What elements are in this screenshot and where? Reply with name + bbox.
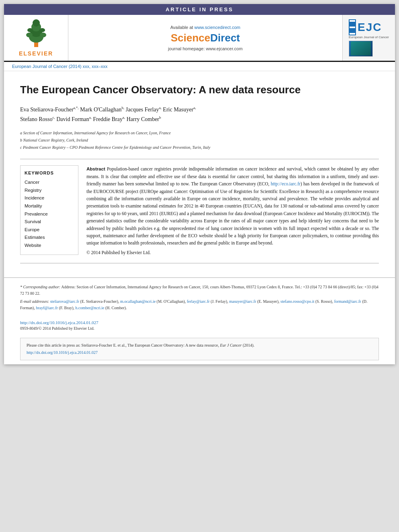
elsevier-logo: ELSEVIER xyxy=(18,19,54,57)
author-3-sup: a, xyxy=(159,106,161,110)
authors-line-1: Eva Steliarova-Fouchera,*, Mark O'Callag… xyxy=(20,105,379,115)
email-masuyer[interactable]: masuyer@iarc.fr xyxy=(229,299,256,304)
svg-point-6 xyxy=(40,33,46,37)
sci-orange-text: Science xyxy=(171,32,210,44)
article-title: The European Cancer Observatory: A new d… xyxy=(20,83,379,97)
journal-citation: European Journal of Cancer (2014) xxx, x… xyxy=(4,62,395,71)
keyword-item-mortality: Mortality xyxy=(25,202,74,210)
email-forman[interactable]: formand@iarc.fr xyxy=(334,299,361,304)
author-2-name: Mark O'Callaghan xyxy=(80,107,121,113)
author-6-name: David Forman xyxy=(56,116,89,122)
abstract-section: Abstract Population-based cancer registr… xyxy=(86,165,379,255)
author-5-sup: c, xyxy=(53,115,55,119)
svg-point-7 xyxy=(27,28,33,32)
author-1-sup: a,*, xyxy=(74,106,79,110)
author-8-name: Harry Comber xyxy=(127,116,159,122)
affiliation-b: b National Cancer Registry, Cork, Irelan… xyxy=(20,137,379,144)
footer-divider xyxy=(20,263,379,263)
corresponding-text: Address: Section of Cancer Information, … xyxy=(20,285,378,296)
corresponding-author-line: * Corresponding author: Address: Section… xyxy=(20,284,379,297)
keyword-item-website: Website xyxy=(25,242,74,250)
ejc-letters: EJC xyxy=(358,21,382,34)
body-with-sidebar: KEYWORDS Cancer Registry Incidence Morta… xyxy=(20,165,379,255)
elsevier-tree-icon xyxy=(18,19,54,47)
abstract-text-part2: ) has been developed in the framework of… xyxy=(86,181,379,245)
author-8-sup: b xyxy=(159,115,161,119)
keyword-item-estimates: Estimates xyxy=(25,234,74,242)
author-2-sup: b, xyxy=(121,106,124,110)
doi-section: http://dx.doi.org/10.1016/j.ejca.2014.01… xyxy=(4,317,395,334)
email-bray[interactable]: brayf@iarc.fr xyxy=(36,306,58,310)
keywords-list: Cancer Registry Incidence Mortality Prev… xyxy=(25,179,74,249)
sciencedirect-url[interactable]: www.sciencedirect.com xyxy=(194,25,240,30)
keyword-item-survival: Survival xyxy=(25,218,74,226)
email-ferlay[interactable]: ferlay@iarc.fr xyxy=(187,299,210,304)
affiliation-a: a Section of Cancer Information, Interna… xyxy=(20,130,379,136)
author-4-sup: a, xyxy=(193,106,196,110)
elsevier-brand-text: ELSEVIER xyxy=(18,50,54,57)
copyright-line: © 2014 Published by Elsevier Ltd. xyxy=(86,250,379,255)
keywords-title: KEYWORDS xyxy=(25,170,74,175)
main-content: The European Cancer Observatory: A new d… xyxy=(4,71,395,277)
cite-doi-link[interactable]: http://dx.doi.org/10.1016/j.ejca.2014.01… xyxy=(27,349,372,356)
author-1-name: Eva Steliarova-Foucher xyxy=(20,107,74,113)
authors-line-2: Stefano Rossoc, David Formana, Freddie B… xyxy=(20,115,379,124)
journal-homepage-url[interactable]: www.ejcancer.com xyxy=(206,46,243,51)
elsevier-logo-box: ELSEVIER xyxy=(4,15,68,61)
issn-line: 0959-8049/© 2014 Published by Elsevier L… xyxy=(20,326,379,331)
authors-block: Eva Steliarova-Fouchera,*, Mark O'Callag… xyxy=(20,105,379,124)
author-7-sup: a, xyxy=(123,115,125,119)
cite-prefix: Please cite this article in press as: St… xyxy=(27,343,219,347)
keyword-item-cancer: Cancer xyxy=(25,179,74,187)
journal-homepage-text: journal homepage: www.ejcancer.com xyxy=(168,46,243,51)
available-at-text: Available at www.sciencedirect.com xyxy=(170,25,240,30)
affiliation-c: c Piedmont Cancer Registry – CPO Piedmon… xyxy=(20,144,379,151)
email-steliarova[interactable]: steliarova@iarc.fr xyxy=(50,299,79,304)
author-5-name: Stefano Rosso xyxy=(20,116,53,122)
corresponding-label: * Corresponding author: xyxy=(20,285,60,289)
email-addresses-text: steliarova@iarc.fr (E. Steliarova-Fouche… xyxy=(20,299,367,310)
footnotes-section: * Corresponding author: Address: Section… xyxy=(4,277,395,317)
author-6-sup: a, xyxy=(89,115,92,119)
keyword-item-prevalence: Prevalence xyxy=(25,210,74,218)
email-addresses-line: E-mail addresses: steliarova@iarc.fr (E.… xyxy=(20,298,379,311)
abstract-label: Abstract xyxy=(86,166,105,171)
science-direct-box: Available at www.sciencedirect.com Scien… xyxy=(68,15,343,61)
section-divider xyxy=(20,159,379,159)
ejc-logo: EJC European Journal of Cancer xyxy=(349,19,389,57)
doi-link[interactable]: http://dx.doi.org/10.1016/j.ejca.2014.01… xyxy=(20,320,379,325)
email-ocallaghan[interactable]: m.ocallaghan@ncri.ie xyxy=(120,299,156,304)
email-label: E-mail addresses: xyxy=(20,299,49,304)
article-in-press-banner: ARTICLE IN PRESS xyxy=(4,4,395,15)
sciencedirect-brand: ScienceDirect xyxy=(171,32,240,44)
affiliations-block: a Section of Cancer Information, Interna… xyxy=(20,130,379,151)
abstract-text: Abstract Population-based cancer registr… xyxy=(86,165,379,246)
author-7-name: Freddie Bray xyxy=(93,116,122,122)
svg-point-4 xyxy=(33,19,40,27)
email-comber[interactable]: h.comber@ncri.ie xyxy=(75,306,104,310)
keywords-sidebar: KEYWORDS Cancer Registry Incidence Morta… xyxy=(20,165,78,255)
author-4-name: Eric Masuyer xyxy=(163,107,193,113)
journal-header: ELSEVIER Available at www.sciencedirect.… xyxy=(4,15,395,62)
ejc-subtitle: European Journal of Cancer xyxy=(349,35,389,39)
ejc-logo-box: EJC European Journal of Cancer xyxy=(343,15,395,61)
cite-box: Please cite this article in press as: St… xyxy=(20,338,379,360)
svg-point-8 xyxy=(39,28,45,32)
svg-point-5 xyxy=(26,33,33,37)
cite-journal: Eur J Cancer xyxy=(219,343,242,347)
keyword-item-registry: Registry xyxy=(25,187,74,195)
keyword-item-europe: Europe xyxy=(25,226,74,234)
cite-suffix: (2014). xyxy=(242,343,255,347)
author-3-name: Jacques Ferlay xyxy=(126,107,159,113)
keyword-item-incidence: Incidence xyxy=(25,194,74,202)
eco-url-link[interactable]: http://eco.iarc.fr xyxy=(271,181,300,186)
sci-blue-text: Direct xyxy=(210,32,240,44)
email-rosso[interactable]: stefano.rosso@cpo.it xyxy=(280,299,314,304)
